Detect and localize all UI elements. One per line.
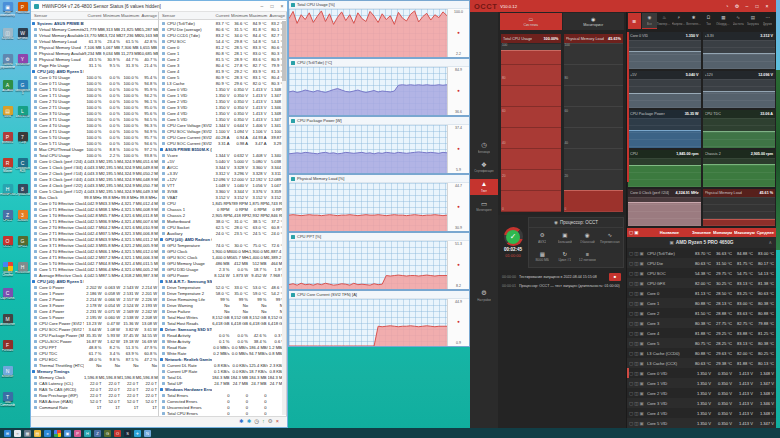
maximize-button[interactable]: □ [267, 3, 277, 9]
desktop-icon[interactable]: Google Chrome [0, 262, 15, 288]
sensor-row[interactable]: Total UP 24.7 MB 24.7 MB 24.7 MB 24.7 MB [159, 380, 286, 386]
column-name[interactable]: Название [647, 230, 692, 235]
taskbar-icon[interactable]: O [114, 430, 121, 437]
sensor-table-row[interactable]: ▢◫▣ CPU Die 80.63 °C 31.50 °C 81.75 °C 8… [627, 258, 776, 268]
monitor-tile[interactable]: Core 0 VID 1.350 V [628, 32, 701, 69]
desktop-icon[interactable]: T Total Commander [0, 392, 15, 418]
taskbar-icon[interactable]: ✈ [134, 430, 141, 437]
hwinfo-toolbar-icon[interactable]: ✱ [247, 419, 252, 425]
monitor-tile[interactable]: Core 0 Clock (perf #2/4) 4,324.91 MHz [628, 189, 701, 226]
sensor-row[interactable]: Core 4 VID 1.350 V 0.350 V 1.413 V 1.348… [159, 110, 286, 116]
monitor-tile[interactable]: CPU Package Power 35.35 W [628, 110, 701, 147]
sensor-row[interactable]: CPU Package Power (SMU) 35.35 W 5.93 W 3… [31, 332, 158, 338]
row-toggle-icons[interactable]: ▢◫▣ [627, 391, 647, 396]
sensor-row[interactable]: CPU EDC 48.0 % 9.8 % 87.5 % 47.2 % [31, 356, 158, 362]
row-toggle-icons[interactable]: ▢◫▣ [627, 251, 647, 256]
sensor-row[interactable]: 3VSB 3.360 V 3.344 V 3.376 V 3.359 V [159, 188, 286, 194]
record-button[interactable]: ● [457, 31, 460, 36]
sensor-table-row[interactable]: ▢◫▣ Core 3 VID 1.350 V 0.350 V 1.413 V 1… [627, 398, 776, 408]
row-toggle-icons[interactable]: ▢◫▣ [627, 281, 647, 286]
window-button[interactable]: □ [752, 3, 762, 9]
sensor-table-row[interactable]: ▢◫▣ Core 4 VID 1.350 V 0.350 V 1.413 V 1… [627, 408, 776, 418]
sensor-table-header[interactable]: ▢▣ Название Значение Минимум Максимум Ср… [627, 228, 776, 237]
row-toggle-icons[interactable]: ▢◫▣ [627, 261, 647, 266]
sensor-row[interactable]: Core 2 T0 Usage 100.0 % 0.0 % 100.0 % 96… [31, 98, 158, 104]
cpu-usage-graph[interactable]: Total CPU Usage100.00% 100806040200 [501, 34, 561, 212]
category-tab[interactable]: ♨ Температуры [657, 13, 672, 29]
desktop-icon[interactable]: N Блокнот [0, 366, 15, 392]
test-option[interactable]: ▦ 8000 МБ [531, 252, 554, 263]
row-toggle-icons[interactable]: ▢◫▣ [627, 421, 647, 426]
column-min[interactable]: Минимум [713, 230, 734, 235]
sensor-row[interactable]: CPU CCD1 (Tdie) 83.2 °C 34.0 °C 84.4 °C … [159, 32, 286, 38]
sensor-row[interactable]: Core 1 VID 1.350 V 0.350 V 1.413 V 1.347… [159, 92, 286, 98]
column-maximum[interactable]: Maximum [249, 13, 268, 18]
sensor-row[interactable]: CPU Core Current (SVI2 TFN) 40.28 A 0.94… [159, 134, 286, 140]
taskbar-icon[interactable]: S [124, 430, 131, 437]
sidebar-item[interactable]: ⚙ Настройки [470, 288, 498, 304]
stop-test-button[interactable]: ■ [609, 273, 621, 281]
taskbar-icon[interactable]: e [44, 430, 51, 437]
desktop-icon[interactable]: C Cinebench R23 [15, 158, 30, 184]
test-option[interactable]: ▣ Большой [554, 233, 577, 244]
desktop-icon[interactable]: P prime95 [0, 132, 15, 158]
sensor-row[interactable]: Core 4 T1 Usage 100.0 % 0.0 % 100.0 % 94… [31, 128, 158, 134]
test-option[interactable]: ⚙ AVX2 [531, 233, 554, 244]
sensor-row[interactable]: CPU SOC Power (SVI2 TFN) 3.64 W 1.08 W 3… [31, 326, 158, 332]
sensor-row[interactable]: CPU 1,845 RPM 789 RPM 1,875 RPM 1,743 RP… [159, 200, 286, 206]
sidebar-item[interactable]: ▭ Мониторинг [470, 199, 498, 215]
graph-titlebar[interactable]: Physical Memory Load [%] [289, 175, 469, 183]
sensor-row[interactable]: Page File Usage 31.1 % 9.5 % 31.3 % 21.4… [31, 62, 158, 68]
sensor-row[interactable]: CPU Core Voltage (SVI2 TFN) 1.344 V 0.64… [159, 122, 286, 128]
sensor-row[interactable]: Core 2 Power 2.214 W 0.066 W 2.557 W 2.2… [31, 296, 158, 302]
window-button[interactable]: × [762, 3, 772, 9]
sensor-table-row[interactable]: ▢◫▣ Core 5 VID 1.350 V 0.350 V 1.413 V 1… [627, 418, 776, 428]
sensor-row[interactable]: Core 3 80.4 °C 27.8 °C 82.7 °C 79.9 °C [159, 62, 286, 68]
sensor-row[interactable]: Core 3 T1 Effective Clock 4,042.3 MHz 35… [31, 242, 158, 248]
column-sensor[interactable]: Sensor [159, 13, 212, 18]
row-toggle-icons[interactable]: ▢◫▣ [627, 351, 647, 356]
desktop-icon[interactable]: R Ryzen Master [0, 158, 15, 184]
record-button[interactable]: ● [457, 205, 460, 210]
sensor-row[interactable]: Thermal Throttling (HTC) No No No No [31, 362, 158, 368]
sensor-row[interactable]: Core 2 T1 Usage 100.0 % 0.0 % 100.0 % 95… [31, 104, 158, 110]
sensor-table-row[interactable]: ▢◫▣ Core 4 81.88 °C 29.25 °C 83.88 °C 81… [627, 328, 776, 338]
sensor-table-row[interactable]: ▢◫▣ Core 2 VID 1.350 V 0.350 V 1.413 V 1… [627, 388, 776, 398]
desktop-icon[interactable]: ⚙ Панель управления [0, 54, 15, 80]
scrollbar[interactable] [282, 21, 286, 415]
taskbar-icon[interactable]: ▤ [34, 430, 41, 437]
sensor-row[interactable]: Core 4 T1 Effective Clock 4,042.2 MHz 37… [31, 254, 158, 260]
category-tab[interactable]: Ω Ток [701, 13, 716, 29]
desktop-icon[interactable]: F FurMark [0, 340, 15, 366]
sensor-row[interactable]: GPU Memory Usage 486 MB 412 MB 512 MB 46… [159, 260, 286, 266]
sensor-row[interactable]: Write Rate 0.2 MB/s 0.0 MB/s 94.7 MB/s 0… [159, 350, 286, 356]
taskbar-icon[interactable]: ⊞ [4, 430, 11, 437]
row-toggle-icons[interactable]: ▢◫▣ [627, 341, 647, 346]
desktop-icon[interactable]: 7 7-Zip [15, 132, 30, 158]
desktop-icon[interactable]: ◫ Корзина [0, 28, 15, 54]
record-button[interactable]: ● [457, 320, 460, 325]
row-toggle-icons[interactable]: ▢◫▣ [627, 381, 647, 386]
sensor-row[interactable]: GPU D3D Usage 2.3 % 0.0 % 18.7 % 1.9 % [159, 266, 286, 272]
sensor-row[interactable]: Core 2 81.5 °C 28.9 °C 83.6 °C 80.9 °C [159, 56, 286, 62]
desktop-icon[interactable]: ▣ Этот компьютер [0, 2, 15, 28]
sensor-table-row[interactable]: ▢◫▣ L3 Cache (CCX) 80.63 °C 29.38 °C 81.… [627, 358, 776, 368]
sensor-row[interactable]: Core 0 T0 Effective Clock 4,042.9 MHz 43… [31, 200, 158, 206]
row-toggle-icons[interactable]: ▢◫▣ [627, 311, 647, 316]
sensor-row[interactable]: VTT 1.048 V 1.040 V 1.056 V 1.047 V [159, 182, 286, 188]
sensor-row[interactable]: Total DL 184.3 MB 184.3 MB 184.3 MB 184.… [159, 374, 286, 380]
occt-titlebar[interactable]: OCCT V10.0.12 ◔⚙–□× [470, 0, 776, 12]
category-tab[interactable]: ⋯ Другие [760, 13, 775, 29]
sensor-row[interactable]: Core 5 T0 Usage 100.0 % 0.0 % 100.0 % 95… [31, 134, 158, 140]
sensor-row[interactable]: Core 0 T0 Usage 100.0 % 0.0 % 100.0 % 95… [31, 74, 158, 80]
monitor-tile[interactable]: CPU TDC 33.06 A [703, 110, 776, 147]
sensor-row[interactable]: Virtual Memory Available 13,770 MB 13,72… [31, 32, 158, 38]
sensor-row[interactable]: RAS To CAS (tRCD) 22.0 T 22.0 T 22.0 T 2… [31, 386, 158, 392]
tab-system[interactable]: ▭ Система [500, 13, 562, 30]
desktop-icon[interactable]: H HWMonitor [15, 262, 30, 288]
sensor-row[interactable]: Command Rate 1T 1T 1T 1T [31, 404, 158, 410]
desktop-icon[interactable]: 8 CrystalDiskMark [15, 184, 30, 210]
sensor-row[interactable]: Drive Temperature 2 58.0 °C 35.0 °C 59.0… [159, 290, 286, 296]
sensor-row[interactable]: CPU SOC 54.4 °C 29.8 °C 54.8 °C 54.1 °C [159, 38, 286, 44]
sensor-row[interactable]: Core 5 T0 Effective Clock 4,042.7 MHz 44… [31, 260, 158, 266]
